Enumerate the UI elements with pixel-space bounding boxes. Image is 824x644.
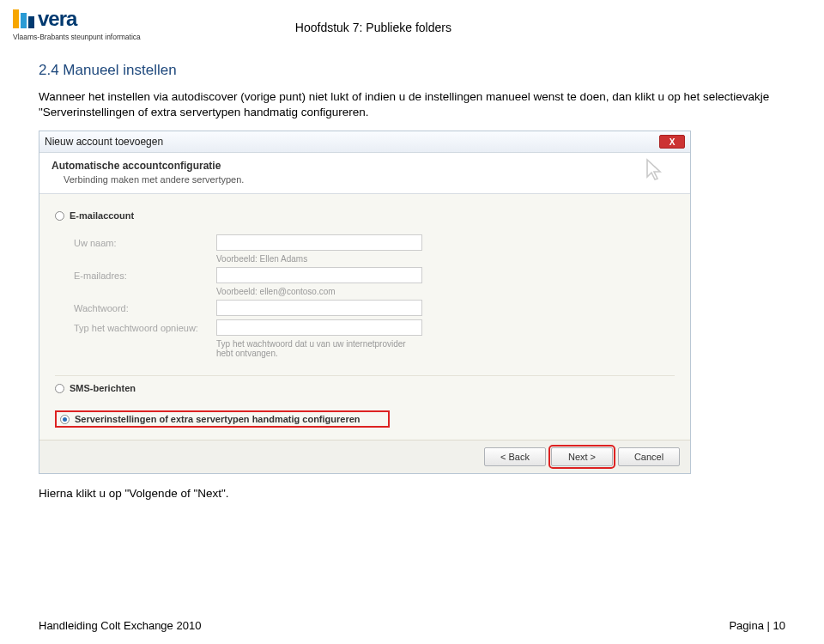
footer-left: Handleiding Colt Exchange 2010 [39, 619, 201, 632]
option-server-label: Serverinstellingen of extra servertypen … [75, 414, 360, 424]
password-hint: Typ het wachtwoord dat u van uw internet… [216, 339, 422, 358]
section-title: 2.4 Manueel instellen [39, 62, 785, 79]
footer-right: Pagina | 10 [729, 619, 785, 632]
password-input[interactable] [216, 300, 422, 316]
section-paragraph: Wanneer het instellen via autodiscover (… [39, 89, 785, 120]
next-button[interactable]: Next > [551, 447, 613, 466]
email-hint: Voorbeeld: ellen@contoso.com [216, 287, 422, 296]
close-icon: X [670, 137, 676, 147]
brand-logo: vera Vlaams-Brabants steunpunt informati… [13, 7, 141, 41]
name-hint: Voorbeeld: Ellen Adams [216, 254, 422, 264]
logo-text: vera [38, 7, 76, 31]
cursor-arrow-icon [644, 158, 668, 182]
password-label: Wachtwoord: [74, 303, 203, 313]
subheader-desc: Verbinding maken met andere servertypen. [52, 174, 680, 185]
cancel-button[interactable]: Cancel [618, 447, 680, 466]
option-email-label: E-mailaccount [70, 210, 134, 221]
option-sms[interactable]: SMS-berichten [55, 383, 675, 393]
name-label: Uw naam: [74, 238, 203, 248]
dialog-subheader: Automatische accountconfiguratie Verbind… [39, 153, 690, 194]
subheader-title: Automatische accountconfiguratie [52, 160, 680, 172]
password-repeat-input[interactable] [216, 319, 422, 336]
logo-bars-icon [13, 9, 34, 28]
option-email-account[interactable]: E-mailaccount [55, 210, 675, 221]
add-account-dialog: Nieuw account toevoegen X Automatische a… [39, 131, 691, 474]
name-input[interactable] [216, 234, 422, 251]
email-label: E-mailadres: [74, 270, 203, 281]
closing-paragraph: Hierna klikt u op "Volgende of "Next". [39, 486, 785, 501]
divider [55, 375, 675, 376]
dialog-title: Nieuw account toevoegen [45, 136, 163, 148]
option-server-settings[interactable]: Serverinstellingen of extra servertypen … [55, 410, 390, 428]
radio-icon [55, 384, 64, 393]
email-input[interactable] [216, 267, 422, 283]
logo-subtitle: Vlaams-Brabants steunpunt informatica [13, 33, 141, 41]
password-repeat-label: Typ het wachtwoord opnieuw: [74, 323, 203, 333]
radio-icon [55, 211, 64, 221]
radio-icon-selected [60, 415, 70, 424]
dialog-titlebar: Nieuw account toevoegen X [39, 131, 690, 153]
back-button[interactable]: < Back [484, 447, 546, 466]
close-button[interactable]: X [659, 135, 685, 149]
dialog-footer: < Back Next > Cancel [39, 440, 690, 473]
chapter-title: Hoofdstuk 7: Publieke folders [295, 21, 451, 34]
option-sms-label: SMS-berichten [70, 383, 136, 393]
